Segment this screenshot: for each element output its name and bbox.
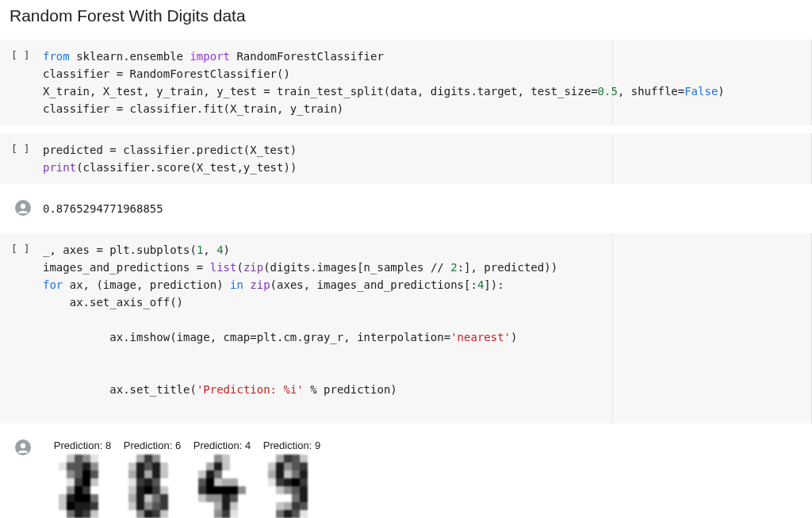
prediction-row: Prediction: 8 Prediction: 6 Prediction: …: [35, 439, 324, 518]
svg-point-1: [21, 204, 25, 209]
code-cell-2[interactable]: [ ] predicted = classifier.predict(X_tes…: [0, 133, 812, 184]
num-literal: 0.5: [598, 85, 618, 98]
code-text: ax, (image, prediction): [63, 278, 230, 291]
code-text: ): [511, 331, 517, 343]
page-title: Random Forest With Digits data: [0, 0, 812, 40]
code-text: RandomForestClassifier: [230, 50, 384, 63]
prediction-title: Prediction: 8: [51, 439, 114, 451]
digit-image-6: [121, 455, 184, 518]
kw-import: import: [190, 50, 230, 63]
code-text: images_and_predictions =: [43, 261, 210, 274]
code-line: classifier = RandomForestClassifier(): [43, 65, 725, 82]
output-text: 0.8765294771968855: [35, 200, 163, 217]
prediction-col-1: Prediction: 8: [51, 439, 114, 518]
code-text: _, axes = plt.subplots(: [43, 244, 197, 256]
kw-from: from: [43, 50, 70, 63]
num-literal: 4: [216, 244, 223, 256]
cell-exec-indicator[interactable]: [ ]: [11, 48, 35, 61]
prediction-title: Prediction: 4: [190, 439, 254, 451]
kw-in: in: [230, 278, 243, 291]
output-cell-2: 0.8765294771968855: [0, 192, 812, 225]
kw-for: for: [43, 278, 63, 291]
kw-zip: zip: [243, 261, 263, 274]
output-cell-3: Prediction: 8 Prediction: 6 Prediction: …: [0, 432, 812, 518]
digit-image-4: [190, 455, 254, 518]
kw-zip: zip: [250, 278, 270, 291]
cell-divider: [612, 233, 613, 424]
code-line: ax.set_axis_off(): [43, 294, 557, 311]
code-text: ): [224, 244, 230, 256]
code-line: predicted = classifier.predict(X_test): [43, 141, 297, 159]
digit-image-8: [51, 455, 114, 518]
str-literal: 'nearest': [450, 331, 511, 343]
code-text: X_train, X_test, y_train, y_test = train…: [43, 85, 598, 98]
code-text: ,: [203, 244, 216, 256]
code-text: % prediction): [304, 383, 397, 396]
code-text: ]):: [484, 278, 504, 291]
code-text: :], predicted)): [458, 261, 557, 274]
code-text: ): [718, 85, 724, 98]
kw-list: list: [210, 261, 237, 274]
code-text: ax.imshow(image, cmap=plt.cm.gray_r, int…: [83, 331, 451, 343]
code-cell-3[interactable]: [ ] _, axes = plt.subplots(1, 4) images_…: [0, 233, 812, 424]
svg-point-3: [21, 443, 25, 448]
cell-divider: [612, 133, 613, 184]
bool-literal: False: [684, 85, 718, 98]
prediction-title: Prediction: 6: [121, 439, 184, 451]
kw-print: print: [43, 161, 76, 174]
code-text: sklearn.ensemble: [70, 50, 190, 63]
code-text: (: [236, 261, 243, 274]
prediction-col-2: Prediction: 6: [121, 439, 184, 518]
code-line: classifier = classifier.fit(X_train, y_t…: [43, 100, 725, 117]
code-text: (digits.images[n_samples //: [263, 261, 450, 274]
code-text: (classifier.score(X_test,y_test)): [76, 161, 297, 174]
prediction-col-4: Prediction: 9: [260, 439, 324, 518]
code-text: , shuffle=: [618, 85, 684, 98]
code-content[interactable]: predicted = classifier.predict(X_test) p…: [35, 141, 297, 176]
prediction-col-3: Prediction: 4: [190, 439, 254, 518]
cell-divider: [612, 40, 613, 125]
prediction-title: Prediction: 9: [260, 439, 324, 451]
code-content[interactable]: _, axes = plt.subplots(1, 4) images_and_…: [35, 241, 557, 416]
digit-image-9: [260, 455, 324, 518]
code-content[interactable]: from sklearn.ensemble import RandomFores…: [35, 48, 725, 117]
code-text: ax.set_title(: [83, 383, 197, 396]
code-text: (axes, images_and_predictions[:: [270, 278, 477, 291]
avatar-icon: [11, 439, 35, 455]
cell-exec-indicator[interactable]: [ ]: [11, 241, 35, 255]
avatar-icon: [11, 200, 35, 216]
code-cell-1[interactable]: [ ] from sklearn.ensemble import RandomF…: [0, 40, 812, 125]
str-literal: 'Prediction: %i': [197, 383, 304, 396]
num-literal: 2: [450, 261, 457, 274]
cell-exec-indicator[interactable]: [ ]: [11, 141, 35, 155]
